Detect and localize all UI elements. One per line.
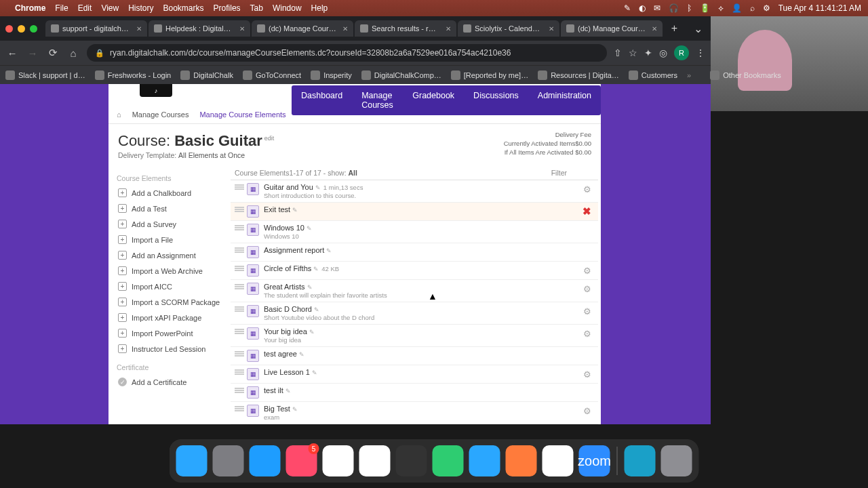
nav-administration[interactable]: Administration xyxy=(528,85,601,115)
share-button[interactable]: ⇧ xyxy=(614,47,622,58)
edit-title-link[interactable]: edit xyxy=(264,135,275,142)
element-row[interactable]: ▦Guitar and You✎1 min,13 secsShort intro… xyxy=(231,180,598,202)
bookmark-item[interactable]: DigitalChalkComp… xyxy=(361,70,441,80)
sidebar-action[interactable]: +Import xAPI Package xyxy=(117,310,225,325)
gear-icon[interactable]: ⚙ xyxy=(583,184,591,195)
status-search-icon[interactable]: ⌕ xyxy=(750,3,755,13)
element-row[interactable]: ▦Live Lesson 1✎⚙ xyxy=(231,365,598,383)
new-tab-button[interactable]: + xyxy=(665,22,684,35)
nav-gradebook[interactable]: Gradebook xyxy=(403,85,464,115)
close-tab-button[interactable]: ✕ xyxy=(446,25,451,33)
video-participant-thumb[interactable]: Ben Wright xyxy=(711,16,868,111)
pencil-icon[interactable]: ✎ xyxy=(307,284,313,291)
dock-notes[interactable] xyxy=(323,445,354,476)
pencil-icon[interactable]: ✎ xyxy=(313,266,319,272)
bookmark-item[interactable]: Freshworks - Login xyxy=(95,70,172,80)
drag-handle-icon[interactable] xyxy=(235,184,244,190)
bookmark-star-button[interactable]: ☆ xyxy=(629,47,637,58)
drag-handle-icon[interactable] xyxy=(235,225,244,230)
dock-calculator[interactable] xyxy=(396,445,427,476)
status-user-icon[interactable]: 👤 xyxy=(732,3,742,13)
bookmark-item[interactable]: Customers xyxy=(629,70,677,80)
dock-downloads[interactable] xyxy=(625,445,656,476)
pencil-icon[interactable]: ✎ xyxy=(292,406,298,413)
close-tab-button[interactable]: ✕ xyxy=(652,25,657,33)
nav-dashboard[interactable]: Dashboard xyxy=(292,85,352,115)
bookmark-item[interactable]: [Reported by me]… xyxy=(451,70,528,80)
bookmark-item[interactable]: Slack | support | d… xyxy=(5,70,85,80)
menubar-clock[interactable]: Tue Apr 4 11:41:21 AM xyxy=(778,3,861,13)
address-bar[interactable]: 🔒 ryan.digitalchalk.com/dc/course/manage… xyxy=(87,44,607,62)
bookmark-item[interactable]: Insperity xyxy=(311,70,352,80)
pencil-icon[interactable]: ✎ xyxy=(309,329,315,336)
drag-handle-icon[interactable] xyxy=(235,247,244,253)
profile-avatar[interactable]: R xyxy=(674,45,689,60)
tab-dropdown-button[interactable]: ⌄ xyxy=(686,22,711,35)
gear-icon[interactable]: ⚙ xyxy=(583,306,591,317)
close-window-button[interactable] xyxy=(5,25,13,33)
nav-discussions[interactable]: Discussions xyxy=(464,85,528,115)
element-row[interactable]: ▦Assignment report✎ xyxy=(231,243,598,261)
reload-button[interactable]: ⟳ xyxy=(46,47,60,59)
browser-tab[interactable]: support - digitalchalk - S✕ xyxy=(45,20,147,37)
menu-history[interactable]: History xyxy=(128,3,153,13)
sidebar-action[interactable]: +Import a SCORM Package xyxy=(117,294,225,310)
sidebar-action[interactable]: +Instructor Led Session xyxy=(117,341,225,357)
close-tab-button[interactable]: ✕ xyxy=(549,25,554,33)
sidebar-action[interactable]: +Import PowerPoint xyxy=(117,325,225,341)
sidebar-action[interactable]: +Add a Test xyxy=(117,201,225,216)
dock-zoom[interactable]: zoom xyxy=(579,445,610,476)
browser-tab[interactable]: (dc) Manage Course Ele✕ xyxy=(561,20,663,37)
bookmark-item[interactable]: GoToConnect xyxy=(243,70,301,80)
extensions-button[interactable]: ✦ xyxy=(644,47,652,58)
element-row[interactable]: ▦Exit test✎✖ xyxy=(231,202,598,220)
sidebar-action[interactable]: +Import a Web Archive xyxy=(117,263,225,279)
sidebar-action[interactable]: +Add a Survey xyxy=(117,216,225,232)
dock-trash[interactable] xyxy=(661,445,692,476)
gear-icon[interactable]: ⚙ xyxy=(583,329,591,339)
menubar-app-name[interactable]: Chrome xyxy=(15,3,45,13)
gear-icon[interactable]: ⚙ xyxy=(583,369,591,380)
dock-chrome[interactable] xyxy=(542,445,574,476)
pencil-icon[interactable]: ✎ xyxy=(314,306,319,313)
drag-handle-icon[interactable] xyxy=(235,406,244,411)
element-row[interactable]: ▦Great Artists✎The student will explain … xyxy=(231,279,598,302)
status-battery-icon[interactable]: 🔋 xyxy=(700,3,710,13)
lock-icon[interactable]: 🔒 xyxy=(95,49,104,58)
menu-view[interactable]: View xyxy=(101,3,119,13)
extension-icon[interactable]: ◎ xyxy=(659,47,667,58)
pencil-icon[interactable]: ✎ xyxy=(315,184,321,191)
sidebar-action[interactable]: +Add a Chalkboard xyxy=(117,185,225,201)
drag-handle-icon[interactable] xyxy=(235,351,244,357)
status-icon[interactable]: ✉ xyxy=(654,3,660,13)
drag-handle-icon[interactable] xyxy=(235,207,244,212)
drag-handle-icon[interactable] xyxy=(235,284,244,289)
browser-tab[interactable]: Search results - ryan.rob✕ xyxy=(355,20,456,37)
dock-firefox[interactable] xyxy=(506,445,537,476)
other-bookmarks[interactable]: Other Bookmarks xyxy=(710,70,781,80)
maximize-window-button[interactable] xyxy=(30,25,37,33)
sidebar-action[interactable]: +Import AICC xyxy=(117,279,225,294)
dock-launchpad[interactable]: 5 xyxy=(286,445,317,476)
breadcrumb-root[interactable]: Manage Courses xyxy=(132,110,189,119)
element-row[interactable]: ▦test agree✎ xyxy=(231,346,598,365)
breadcrumb-current[interactable]: Manage Course Elements xyxy=(199,110,285,119)
chrome-menu-button[interactable]: ⋮ xyxy=(696,47,705,58)
menu-window[interactable]: Window xyxy=(273,3,302,13)
minimize-window-button[interactable] xyxy=(18,25,25,33)
browser-tab[interactable]: Helpdesk : DigitalChalk✕ xyxy=(149,20,250,37)
status-wifi-icon[interactable]: ⟡ xyxy=(718,3,724,13)
element-row[interactable]: ▦Circle of Fifths✎42 KB⚙ xyxy=(231,261,598,279)
close-tab-button[interactable]: ✕ xyxy=(342,25,348,33)
gear-icon[interactable]: ⚙ xyxy=(583,284,591,294)
dock-safari[interactable] xyxy=(469,445,500,476)
forward-button[interactable]: → xyxy=(26,47,39,59)
menu-help[interactable]: Help xyxy=(311,3,328,13)
pencil-icon[interactable]: ✎ xyxy=(299,351,304,358)
sidebar-action[interactable]: +Add an Assignment xyxy=(117,247,225,263)
gear-icon[interactable]: ⚙ xyxy=(583,406,591,416)
gear-icon[interactable]: ⚙ xyxy=(583,266,591,276)
drag-handle-icon[interactable] xyxy=(235,306,244,312)
home-icon[interactable]: ⌂ xyxy=(117,110,121,119)
pencil-icon[interactable]: ✎ xyxy=(307,225,312,232)
